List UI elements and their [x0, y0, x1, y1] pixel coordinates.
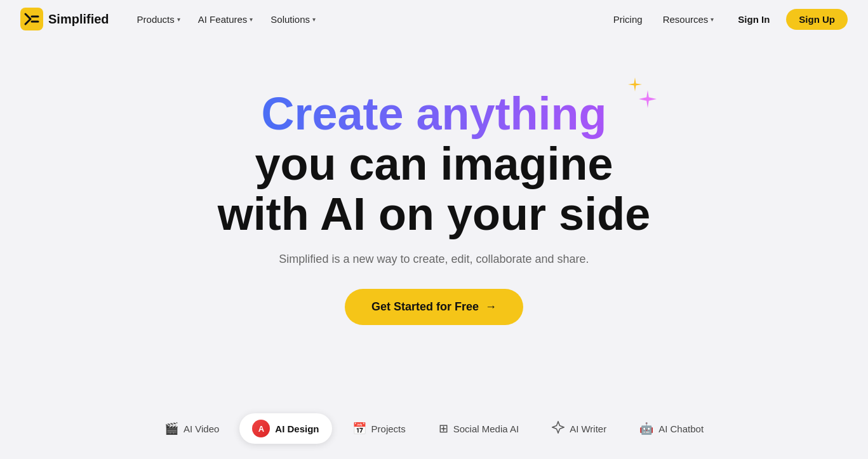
chevron-down-icon: ▾: [177, 16, 180, 23]
tab-ai-writer[interactable]: AI Writer: [539, 415, 619, 443]
svg-rect-0: [20, 8, 43, 30]
feature-tabs: 🎬 AI Video A AI Design 📅 Projects ⊞ Soci…: [0, 398, 868, 459]
nav-right-items: Pricing Resources ▾ Sign In Sign Up: [606, 9, 848, 30]
logo-text: Simplified: [48, 12, 109, 27]
arrow-right-icon: →: [485, 300, 497, 314]
svg-marker-1: [552, 422, 564, 433]
nav-pricing[interactable]: Pricing: [606, 10, 650, 29]
social-icon: ⊞: [439, 422, 448, 436]
hero-title-line3: with AI on your side: [218, 189, 650, 239]
cta-button[interactable]: Get Started for Free →: [345, 289, 523, 325]
chevron-down-icon: ▾: [312, 16, 316, 23]
tab-ai-video[interactable]: 🎬 AI Video: [152, 415, 232, 442]
nav-resources[interactable]: Resources ▾: [655, 10, 722, 29]
nav-ai-features[interactable]: AI Features ▾: [190, 10, 261, 29]
design-icon: A: [252, 420, 270, 437]
chatbot-icon: 🤖: [639, 422, 653, 436]
logo-icon: [20, 8, 43, 30]
hero-title-line2: you can imagine: [255, 138, 613, 189]
tab-ai-chatbot[interactable]: 🤖 AI Chatbot: [627, 415, 716, 442]
writer-icon: [552, 421, 564, 437]
chevron-down-icon: ▾: [711, 16, 714, 23]
nav-left-items: Products ▾ AI Features ▾ Solutions ▾: [130, 10, 323, 29]
hero-title: Create anything you can imagine with AI …: [218, 89, 650, 240]
nav-products[interactable]: Products ▾: [130, 10, 188, 29]
sparkle-pink-icon: [639, 90, 657, 108]
tab-projects[interactable]: 📅 Projects: [340, 415, 418, 442]
signup-button[interactable]: Sign Up: [786, 9, 848, 30]
signin-button[interactable]: Sign In: [726, 10, 781, 29]
hero-title-gradient: Create anything: [261, 88, 606, 139]
projects-icon: 📅: [352, 422, 366, 436]
chevron-down-icon: ▾: [250, 16, 253, 23]
nav-solutions[interactable]: Solutions ▾: [263, 10, 323, 29]
tab-social-media-ai[interactable]: ⊞ Social Media AI: [426, 415, 531, 442]
hero-subtitle: Simplified is a new way to create, edit,…: [279, 253, 589, 266]
navbar: Simplified Products ▾ AI Features ▾ Solu…: [0, 0, 868, 38]
hero-section: Create anything you can imagine with AI …: [0, 38, 868, 363]
logo-link[interactable]: Simplified: [20, 8, 109, 30]
video-icon: 🎬: [164, 422, 178, 436]
tab-ai-design[interactable]: A AI Design: [239, 413, 331, 444]
sparkle-yellow-icon: [628, 77, 642, 91]
